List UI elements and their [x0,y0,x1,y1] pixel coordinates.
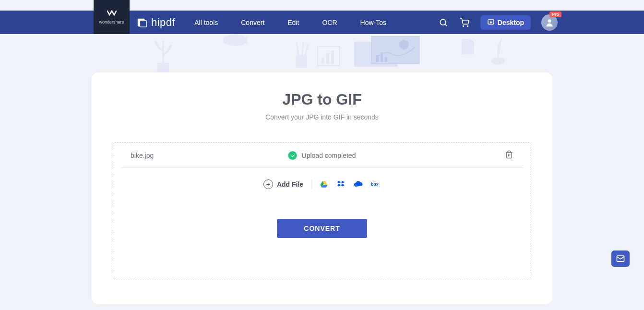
file-name: bike.jpg [131,152,154,159]
delete-file-button[interactable] [505,150,513,161]
cart-icon[interactable] [459,17,470,28]
box-icon[interactable]: box [371,179,381,189]
wondershare-icon [107,10,117,19]
file-row: bike.jpg Upload completed [121,143,523,168]
nav-edit[interactable]: Edit [287,19,299,26]
onedrive-icon[interactable] [354,179,363,189]
file-dropzone[interactable]: bike.jpg Upload completed + Add File [114,142,530,280]
feedback-button[interactable] [611,250,630,267]
header-right: Desktop Pro [438,14,558,31]
svg-rect-8 [234,34,236,38]
hero-decoration [0,34,644,72]
google-drive-icon[interactable] [319,179,329,189]
svg-point-19 [399,40,409,49]
desktop-button[interactable]: Desktop [480,15,531,30]
main-card: JPG to GIF Convert your JPG into GIF in … [92,72,552,304]
svg-rect-1 [140,20,146,27]
add-file-label: Add File [277,180,303,188]
wondershare-logo-block[interactable]: wondershare [94,0,130,34]
plus-icon: + [263,179,273,189]
file-status: Upload completed [288,151,356,160]
hipdf-logo[interactable]: hipdf [137,16,175,29]
convert-button[interactable]: CONVERT [277,219,367,238]
divider [311,180,311,189]
check-icon [288,151,297,160]
nav-convert[interactable]: Convert [241,19,264,26]
add-file-button[interactable]: + Add File [263,179,303,189]
wondershare-label: wondershare [99,20,124,24]
svg-point-2 [440,19,446,25]
svg-point-6 [548,19,551,23]
nav-howtos[interactable]: How-Tos [360,19,386,26]
add-file-row: + Add File box [114,168,530,193]
hipdf-logo-icon [137,17,147,28]
desktop-button-label: Desktop [498,19,524,26]
svg-point-4 [467,25,468,26]
page-subtitle: Convert your JPG into GIF in seconds [114,113,530,121]
nav-all-tools[interactable]: All tools [194,19,218,26]
dropbox-icon[interactable] [336,179,346,189]
avatar-wrap: Pro [541,14,558,31]
search-icon[interactable] [438,17,449,28]
hipdf-logo-text: hipdf [151,16,175,29]
svg-point-3 [463,25,464,26]
lamp-icon [218,34,252,53]
status-text: Upload completed [302,152,356,159]
pro-badge: Pro [549,12,561,17]
document-icon [461,38,475,55]
svg-text:box: box [371,182,379,187]
page-title: JPG to GIF [114,91,530,108]
main-nav: All tools Convert Edit OCR How-Tos [194,19,386,26]
main-header: wondershare hipdf All tools Convert Edit… [0,11,644,34]
nav-ocr[interactable]: OCR [322,19,337,26]
